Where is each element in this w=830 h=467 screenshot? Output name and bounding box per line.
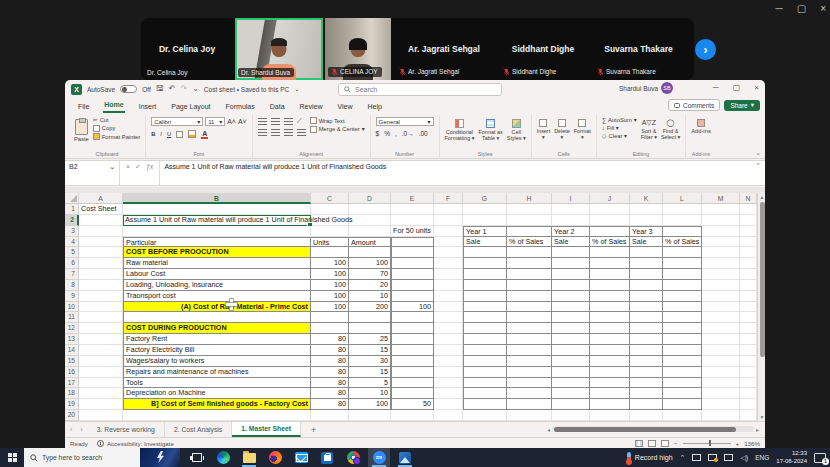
participant-tile[interactable]: CELINA JOY: [325, 18, 391, 80]
cell-I8[interactable]: [552, 280, 590, 291]
cell-N14[interactable]: [740, 345, 757, 356]
cell-C13[interactable]: 80: [311, 334, 349, 345]
sheet-tab-1-master-sheet[interactable]: 1. Master Sheet: [232, 422, 301, 437]
cell-J10[interactable]: [590, 302, 630, 313]
cell-K16[interactable]: [630, 367, 663, 378]
row-header-14[interactable]: 14: [65, 345, 79, 356]
participant-tile[interactable]: Siddhant DigheSiddhant Dighe: [497, 18, 589, 80]
find-select-button[interactable]: ◯Find &Select ▾: [661, 117, 680, 140]
cell-K2[interactable]: [630, 215, 663, 226]
cell-G6[interactable]: [463, 258, 507, 269]
column-header-F[interactable]: F: [434, 193, 463, 204]
row-header-2[interactable]: 2: [65, 215, 79, 226]
cell-F9[interactable]: [434, 291, 463, 302]
ribbon-tab-help[interactable]: Help: [367, 101, 383, 113]
cell-H1[interactable]: [507, 204, 552, 215]
cell-J19[interactable]: [590, 399, 630, 410]
cell-J17[interactable]: [590, 378, 630, 389]
grow-font-button[interactable]: A˄: [227, 118, 236, 125]
cell-J7[interactable]: [590, 269, 630, 280]
cell-C17[interactable]: 80: [311, 378, 349, 389]
cell-L1[interactable]: [663, 204, 702, 215]
cell-E14[interactable]: [391, 345, 434, 356]
cell-I2[interactable]: [552, 215, 590, 226]
currency-format-icon[interactable]: $: [376, 130, 380, 137]
cell-E10[interactable]: 100: [391, 302, 434, 313]
ribbon-tab-data[interactable]: Data: [269, 101, 286, 113]
row-header-16[interactable]: 16: [65, 367, 79, 378]
sheet-tab-2-cost-analysis[interactable]: 2. Cost Analysis: [165, 422, 232, 437]
cell-F4[interactable]: [434, 237, 463, 248]
cell-F12[interactable]: [434, 323, 463, 334]
shrink-font-button[interactable]: A˅: [238, 118, 247, 125]
column-header-N[interactable]: N: [740, 193, 757, 204]
cell-I15[interactable]: [552, 356, 590, 367]
cell-K7[interactable]: [630, 269, 663, 280]
cell-F11[interactable]: [434, 312, 463, 323]
name-box[interactable]: B2 ⌄: [65, 161, 120, 185]
cell-G5[interactable]: [463, 247, 507, 258]
cell-E12[interactable]: [391, 323, 434, 334]
cell-N19[interactable]: [740, 399, 757, 410]
cell-G9[interactable]: [463, 291, 507, 302]
align-right-icon[interactable]: [284, 129, 293, 136]
qat-more-icon[interactable]: ⌄: [192, 85, 199, 93]
title-chevron-icon[interactable]: ⌄: [294, 85, 299, 93]
cell-B20[interactable]: [123, 410, 311, 421]
cell-D12[interactable]: [349, 323, 391, 334]
cell-A13[interactable]: [79, 334, 123, 345]
format-cells-button[interactable]: Format▾: [574, 117, 591, 140]
add-sheet-button[interactable]: +: [301, 422, 326, 437]
cell-styles-button[interactable]: CellStyles ▾: [507, 117, 526, 141]
cell-A18[interactable]: [79, 388, 123, 399]
cell-H17[interactable]: [507, 378, 552, 389]
font-color-icon[interactable]: A: [201, 130, 208, 139]
microsoft-store-icon[interactable]: [316, 448, 338, 467]
cell-N10[interactable]: [740, 302, 757, 313]
cell-I14[interactable]: [552, 345, 590, 356]
cell-K20[interactable]: [630, 410, 663, 421]
row-header-15[interactable]: 15: [65, 356, 79, 367]
cell-E18[interactable]: [391, 388, 434, 399]
cell-K11[interactable]: [630, 312, 663, 323]
cell-N8[interactable]: [740, 280, 757, 291]
cell-G2[interactable]: [463, 215, 507, 226]
cell-D20[interactable]: [349, 410, 391, 421]
cell-G16[interactable]: [463, 367, 507, 378]
participant-tile[interactable]: Dr. Celina JoyDr. Celina Joy: [141, 18, 233, 80]
cell-A7[interactable]: [79, 269, 123, 280]
borders-icon[interactable]: [176, 131, 183, 138]
ribbon-tab-formulas[interactable]: Formulas: [225, 101, 256, 113]
cell-L9[interactable]: [663, 291, 702, 302]
cell-E7[interactable]: [391, 269, 434, 280]
next-participants-button[interactable]: ›: [695, 39, 716, 60]
cell-J18[interactable]: [590, 388, 630, 399]
cell-H13[interactable]: [507, 334, 552, 345]
cell-A11[interactable]: [79, 312, 123, 323]
increase-decimal-icon[interactable]: .0→: [402, 130, 414, 137]
cell-F1[interactable]: [434, 204, 463, 215]
underline-button[interactable]: U: [167, 131, 171, 137]
cell-L12[interactable]: [663, 323, 702, 334]
align-left-icon[interactable]: [258, 129, 267, 136]
cell-B13[interactable]: Factory Rent: [123, 334, 311, 345]
taskbar-search-input[interactable]: Type here to search: [24, 448, 140, 467]
accessibility-status[interactable]: Accessibility: Investigate: [97, 440, 174, 447]
maximize-icon[interactable]: ▢: [733, 83, 741, 92]
cell-D19[interactable]: 100: [349, 399, 391, 410]
cell-I5[interactable]: [552, 247, 590, 258]
cell-H2[interactable]: [507, 215, 552, 226]
cell-C4[interactable]: Units: [311, 237, 349, 248]
cell-A12[interactable]: [79, 323, 123, 334]
cell-K6[interactable]: [630, 258, 663, 269]
cell-D7[interactable]: 70: [349, 269, 391, 280]
align-center-icon[interactable]: [271, 129, 280, 136]
paste-button[interactable]: Paste: [74, 117, 89, 142]
cell-G4[interactable]: Sale: [463, 237, 507, 248]
cell-C12[interactable]: [311, 323, 349, 334]
row-header-1[interactable]: 1: [65, 204, 79, 215]
show-hidden-icons-chevron[interactable]: ⌃: [680, 454, 686, 462]
cell-B16[interactable]: Repairs and maintenance of machines: [123, 367, 311, 378]
cell-F20[interactable]: [434, 410, 463, 421]
maximize-icon[interactable]: ▢: [797, 3, 806, 14]
